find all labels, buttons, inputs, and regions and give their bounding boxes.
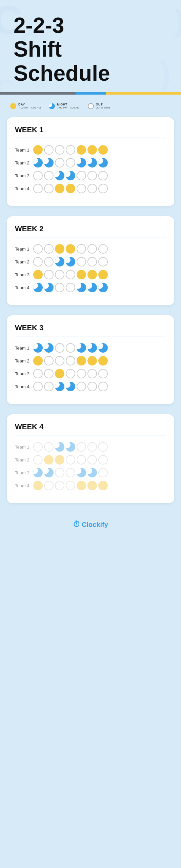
- shift-circle: [55, 283, 64, 292]
- header: C ) C ) C 2-2-3 Shift Schedule: [0, 0, 181, 92]
- team-name: Team 3: [15, 371, 33, 376]
- shift-circle: [33, 468, 43, 477]
- shift-circle: [66, 356, 75, 366]
- shift-circle: [98, 455, 108, 465]
- week-title-2: WEEK 2: [15, 224, 166, 237]
- shift-circle: [87, 382, 97, 391]
- footer: ⏱ Clockify: [0, 513, 181, 536]
- shift-circle: [33, 158, 43, 167]
- shift-circle: [98, 468, 108, 477]
- legend-day-time: 7:00 AM - 7:00 PM: [18, 106, 41, 109]
- shift-circles: [33, 455, 108, 465]
- team-name: Team 2: [15, 457, 33, 462]
- shift-circle: [44, 455, 54, 465]
- color-bar: [0, 92, 181, 95]
- shift-circles: [33, 356, 108, 366]
- shift-circles: [33, 369, 108, 378]
- shift-circle: [66, 283, 75, 292]
- shift-circle: [77, 382, 86, 391]
- shift-circle: [87, 481, 97, 490]
- shift-circle: [44, 257, 54, 267]
- shift-circle: [44, 158, 54, 167]
- shift-circle: [87, 283, 97, 292]
- shift-circle: [33, 356, 43, 366]
- legend-out-label: OUT: [96, 103, 110, 106]
- shift-circle: [87, 184, 97, 193]
- shift-circle: [77, 343, 86, 353]
- shift-circles: [33, 481, 108, 490]
- shift-circle: [98, 283, 108, 292]
- shift-circle: [98, 257, 108, 267]
- shift-circles: [33, 158, 108, 167]
- team-row: Team 3: [15, 369, 166, 378]
- shift-circle: [33, 184, 43, 193]
- shift-circle: [77, 455, 86, 465]
- shift-circle: [55, 270, 64, 279]
- shift-circle: [66, 171, 75, 180]
- shift-circle: [66, 382, 75, 391]
- team-name: Team 4: [15, 483, 33, 488]
- legend-day: DAY 7:00 AM - 7:00 PM: [10, 103, 41, 109]
- shift-circle: [44, 171, 54, 180]
- shift-circle: [87, 171, 97, 180]
- week-title-1: WEEK 1: [15, 125, 166, 138]
- shift-circle: [66, 184, 75, 193]
- shift-circle: [98, 356, 108, 366]
- shift-circle: [55, 244, 64, 254]
- team-row: Team 1: [15, 442, 166, 452]
- shift-circle: [77, 356, 86, 366]
- week-card-2: WEEK 2Team 1Team 2Team 3Team 4: [7, 216, 174, 305]
- shift-circle: [77, 270, 86, 279]
- shift-circle: [66, 158, 75, 167]
- shift-circle: [87, 257, 97, 267]
- shift-circle: [87, 158, 97, 167]
- team-name: Team 4: [15, 384, 33, 389]
- shift-circle: [98, 171, 108, 180]
- shift-circles: [33, 184, 108, 193]
- shift-circle: [55, 455, 64, 465]
- team-row: Team 3: [15, 171, 166, 180]
- shift-circle: [87, 343, 97, 353]
- shift-circle: [66, 257, 75, 267]
- shift-circles: [33, 468, 108, 477]
- team-row: Team 2: [15, 356, 166, 366]
- shift-circle: [77, 171, 86, 180]
- shift-circle: [55, 382, 64, 391]
- shift-circles: [33, 145, 108, 155]
- shift-circle: [44, 369, 54, 378]
- team-name: Team 2: [15, 358, 33, 363]
- shift-circle: [55, 184, 64, 193]
- out-icon: [88, 103, 94, 109]
- shift-circle: [44, 382, 54, 391]
- shift-circle: [87, 369, 97, 378]
- shift-circle: [98, 343, 108, 353]
- shift-circle: [66, 343, 75, 353]
- weeks-container: WEEK 1Team 1Team 2Team 3Team 4WEEK 2Team…: [0, 117, 181, 503]
- shift-circle: [44, 244, 54, 254]
- shift-circles: [33, 442, 108, 452]
- shift-circle: [98, 382, 108, 391]
- shift-circle: [87, 270, 97, 279]
- shift-circle: [77, 442, 86, 452]
- shift-circles: [33, 343, 108, 353]
- week-card-3: WEEK 3Team 1Team 2Team 3Team 4: [7, 315, 174, 404]
- shift-circle: [33, 270, 43, 279]
- shift-circle: [66, 481, 75, 490]
- color-bar-blue: [76, 92, 106, 95]
- shift-circle: [33, 455, 43, 465]
- shift-circle: [55, 158, 64, 167]
- team-name: Team 1: [15, 147, 33, 153]
- shift-circle: [87, 244, 97, 254]
- shift-circle: [77, 481, 86, 490]
- shift-circle: [55, 468, 64, 477]
- shift-circle: [87, 356, 97, 366]
- week-card-1: WEEK 1Team 1Team 2Team 3Team 4: [7, 117, 174, 206]
- shift-circle: [33, 369, 43, 378]
- shift-circle: [44, 343, 54, 353]
- team-row: Team 4: [15, 481, 166, 490]
- shift-circles: [33, 283, 108, 292]
- shift-circle: [77, 145, 86, 155]
- team-name: Team 1: [15, 346, 33, 351]
- shift-circle: [77, 468, 86, 477]
- shift-circle: [87, 442, 97, 452]
